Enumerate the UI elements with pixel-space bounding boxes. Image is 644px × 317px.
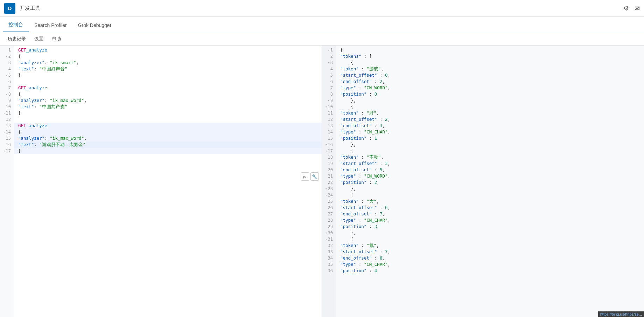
output-line-2: "tokens" : [ [336,53,644,60]
output-fold-arrow[interactable]: ▾ [325,186,327,192]
tab-bar: 控制台 Search Profiler Grok Debugger [0,17,644,32]
output-line-13: "end_offset" : 3, [336,123,644,129]
output-line-num-34: 34 [322,255,336,261]
editor-line-num-15: 15 [0,135,14,142]
output-line-num-14: 14 [322,129,336,135]
output-line-35: "type" : "CN_CHAR", [336,261,644,268]
sub-toolbar: 历史记录 设置 帮助 [0,32,644,46]
output-pane: ▾12▾345678▾9▾101112131415▾16▾17181920212… [322,46,644,317]
output-line-34: "end_offset" : 8, [336,255,644,261]
editor-line-16: "text": "游戏肝不动，太氪金" [14,142,322,148]
output-line-21: "type" : "CN_WORD", [336,173,644,179]
output-line-16: }, [336,142,644,148]
output-line-num-3: ▾3 [322,60,336,66]
output-fold-arrow[interactable]: ▾ [328,47,329,53]
output-line-31: { [336,236,644,242]
output-fold-arrow[interactable]: ▾ [328,97,329,104]
editor-line-7: GET _analyze [14,85,322,91]
editor-line-num-2: ▾2 [0,53,14,60]
output-line-25: "token" : "大", [336,198,644,205]
output-line-num-23: ▾23 [322,186,336,192]
output-line-num-15: 15 [322,135,336,142]
output-line-num-18: 18 [322,154,336,160]
editor-code-lines[interactable]: GET _analyze{ "analyzer": "ik_smart", "t… [14,46,322,317]
output-line-3: { [336,60,644,66]
output-line-15: "position" : 1 [336,135,644,142]
editor-line-9: "analyzer": "ik_max_word", [14,97,322,104]
output-code-lines: { "tokens" : [ { "token" : "游戏", "start_… [336,46,644,317]
fold-arrow[interactable]: ▾ [3,110,5,116]
editor-pane[interactable]: 1▾234▾567▾8910▾111213▾141516▾17 GET _ana… [0,46,322,317]
settings-icon[interactable]: ⚙ [623,5,629,12]
tab-console[interactable]: 控制台 [3,18,29,32]
output-line-num-25: 25 [322,198,336,205]
editor-line-num-4: 4 [0,66,14,72]
run-button[interactable]: ▷ [301,172,309,181]
editor-line-num-1: 1 [0,47,14,53]
fold-arrow[interactable]: ▾ [3,129,5,135]
help-button[interactable]: 帮助 [48,34,64,43]
output-fold-arrow[interactable]: ▾ [325,192,327,198]
output-line-num-8: 8 [322,91,336,97]
output-line-num-1: ▾1 [322,47,336,53]
header-right: ⚙ ✉ [623,5,640,12]
editor-line-num-8: ▾8 [0,91,14,97]
mail-icon[interactable]: ✉ [635,5,640,12]
editor-line-5: } [14,72,322,78]
editor-line-num-3: 3 [0,60,14,66]
output-line-32: "token" : "氪", [336,242,644,249]
output-line-num-11: 11 [322,110,336,116]
editor-line-num-9: 9 [0,97,14,104]
output-line-29: "position" : 3 [336,223,644,230]
output-line-36: "position" : 4 [336,268,644,274]
output-fold-arrow[interactable]: ▾ [328,60,329,66]
output-line-20: "end_offset" : 5, [336,167,644,173]
output-line-num-24: ▾24 [322,192,336,198]
fold-arrow[interactable]: ▾ [6,91,7,97]
tab-grok-debugger[interactable]: Grok Debugger [72,19,117,32]
tab-search-profiler[interactable]: Search Profiler [29,19,72,32]
editor-line-14: { [14,129,322,135]
output-line-num-26: 26 [322,205,336,211]
output-line-24: { [336,192,644,198]
wrench-button[interactable]: 🔧 [310,172,319,181]
output-line-num-12: 12 [322,116,336,123]
settings-button[interactable]: 设置 [31,34,47,43]
editor-line-num-6: 6 [0,78,14,85]
output-fold-arrow[interactable]: ▾ [325,236,327,242]
fold-arrow[interactable]: ▾ [6,53,7,60]
output-fold-arrow[interactable]: ▾ [325,142,327,148]
output-line-num-2: 2 [322,53,336,60]
output-line-num-5: 5 [322,72,336,78]
output-fold-arrow[interactable]: ▾ [325,104,327,110]
output-line-26: "start_offset" : 6, [336,205,644,211]
output-line-num-4: 4 [322,66,336,72]
output-line-num-7: 7 [322,85,336,91]
output-line-num-36: 36 [322,268,336,274]
editor-line-13: GET _analyze [14,123,322,129]
output-line-num-16: ▾16 [322,142,336,148]
editor-line-num-17: ▾17 [0,148,14,154]
fold-arrow[interactable]: ▾ [3,148,5,154]
action-buttons: ▷ 🔧 [301,172,319,181]
output-line-18: "token" : "不动", [336,154,644,160]
output-fold-arrow[interactable]: ▾ [325,148,327,154]
output-line-5: "start_offset" : 0, [336,72,644,78]
editor-line-17: } [14,148,322,154]
output-line-4: "token" : "游戏", [336,66,644,72]
editor-line-num-16: 16 [0,142,14,148]
output-line-12: "start_offset" : 2, [336,116,644,123]
editor-line-num-11: ▾11 [0,110,14,116]
output-line-19: "start_offset" : 3, [336,160,644,167]
output-line-num-13: 13 [322,123,336,129]
output-line-8: "position" : 0 [336,91,644,97]
editor-line-10: "text": "中国共产党" [14,104,322,110]
output-fold-arrow[interactable]: ▾ [325,230,327,236]
output-line-10: { [336,104,644,110]
header-left: D 开发工具 [4,3,41,14]
editor-code-container[interactable]: 1▾234▾567▾8910▾111213▾141516▾17 GET _ana… [0,46,322,317]
editor-line-2: { [14,53,322,60]
editor-line-num-14: ▾14 [0,129,14,135]
fold-arrow[interactable]: ▾ [6,72,7,78]
history-button[interactable]: 历史记录 [4,34,29,43]
